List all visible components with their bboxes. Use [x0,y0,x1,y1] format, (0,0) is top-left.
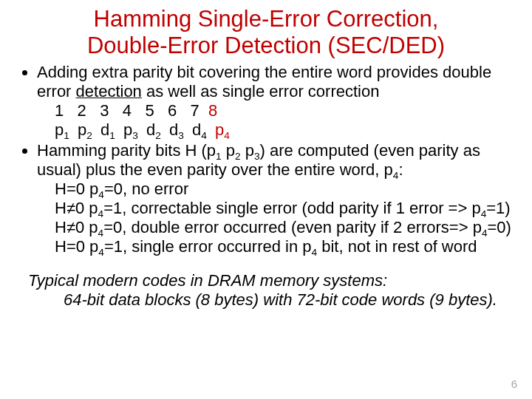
pos-6: 6 [168,101,177,120]
typical-line-1: Typical modern codes in DRAM memory syst… [28,271,510,290]
pos-7: 7 [191,101,200,120]
pos-1: 1 [55,101,64,120]
title-line-1: Hamming Single-Error Correction, [94,6,439,32]
label-4: p3 [123,120,146,140]
label-7: d4 [192,120,215,140]
title-line-2: Double-Error Detection (SEC/DED) [87,33,445,58]
bit-labels-row: p1p2d1p3d2d3d4p4 [55,120,511,140]
bullet-1: Adding extra parity bit covering the ent… [37,63,511,140]
pos-5: 5 [145,101,154,120]
bullet-2: Hamming parity bits H (p1 p2 p3) are com… [37,141,511,256]
label-1: p1 [55,120,78,140]
bullet-list: Adding extra parity bit covering the ent… [21,63,511,256]
slide: Hamming Single-Error Correction, Double-… [0,0,532,399]
page-number: 6 [511,378,517,390]
pos-2: 2 [78,101,86,120]
bit-positions-row: 1 2 3 4 5 6 7 8 [55,101,511,120]
label-6: d3 [169,120,192,140]
label-3: d1 [100,120,123,140]
bullet-1-underline: detection [76,82,142,100]
slide-body: Adding extra parity bit covering the ent… [0,58,532,256]
pos-3: 3 [100,101,109,120]
label-8: p4 [215,120,230,140]
label-2: p2 [78,120,100,140]
typical-line-2: 64-bit data blocks (8 bytes) with 72-bit… [28,290,510,310]
typical-note: Typical modern codes in DRAM memory syst… [0,258,532,310]
bullet-1-text-post: as well as single error correction [142,82,380,100]
slide-title: Hamming Single-Error Correction, Double-… [0,0,532,58]
case-1: H=0 p4=0, no error [55,180,511,199]
case-4: H=0 p4=1, single error occurred in p4 bi… [55,237,511,256]
pos-8: 8 [208,101,217,120]
case-3: H≠0 p4=0, double error occurred (even pa… [55,218,511,237]
case-2: H≠0 p4=1, correctable single error (odd … [55,199,511,218]
bullet-2-text: Hamming parity bits H (p1 p2 p3) are com… [37,141,480,179]
label-5: d2 [146,120,169,140]
pos-4: 4 [123,101,132,120]
